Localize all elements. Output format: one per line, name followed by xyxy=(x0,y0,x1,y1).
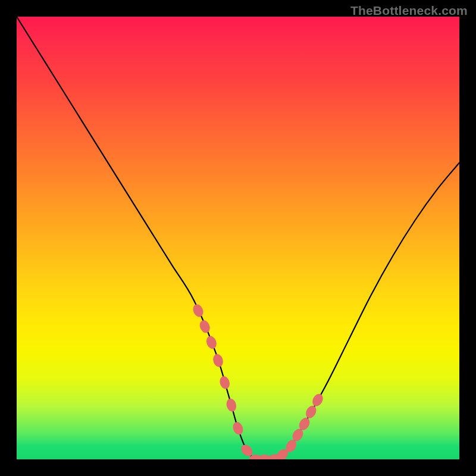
marker-dot xyxy=(198,319,212,334)
chart-overlay xyxy=(17,17,459,459)
plot-area xyxy=(17,17,459,459)
highlight-markers xyxy=(191,303,325,459)
watermark-text: TheBottleneck.com xyxy=(350,4,468,18)
marker-dot xyxy=(311,392,325,408)
marker-dot xyxy=(303,404,318,420)
marker-dot xyxy=(205,334,218,350)
marker-dot xyxy=(218,375,231,390)
chart-frame: TheBottleneck.com xyxy=(0,0,476,476)
bottleneck-curve xyxy=(17,17,459,459)
marker-dot xyxy=(231,421,245,436)
marker-dot xyxy=(191,303,205,318)
marker-dot xyxy=(225,397,237,413)
marker-dot xyxy=(212,353,225,368)
